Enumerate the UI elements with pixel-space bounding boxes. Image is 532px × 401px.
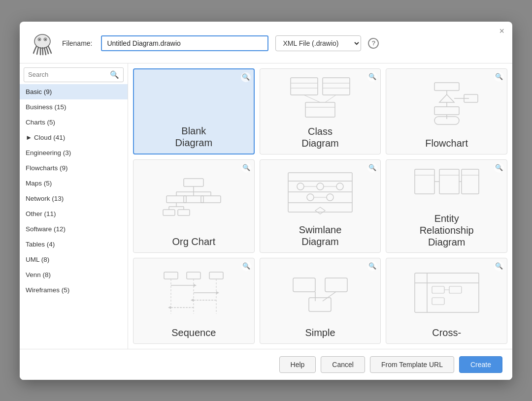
sidebar-item-software[interactable]: Software (12)	[20, 221, 128, 237]
simple-preview	[265, 263, 376, 323]
sidebar-item-venn[interactable]: Venn (8)	[20, 267, 128, 282]
svg-rect-84	[432, 298, 444, 305]
template-class[interactable]: 🔍 ClassDiagram	[260, 68, 381, 154]
template-flowchart-label: Flowchart	[425, 137, 468, 149]
svg-rect-15	[434, 83, 459, 91]
svg-rect-5	[291, 78, 318, 95]
svg-marker-69	[216, 291, 219, 294]
svg-rect-11	[305, 102, 335, 117]
svg-rect-19	[434, 107, 459, 115]
svg-rect-54	[439, 169, 459, 194]
template-orgchart[interactable]: 🔍	[133, 159, 255, 253]
help-button[interactable]: Help	[279, 356, 316, 373]
dialog-header: Filename: XML File (.drawio) SVG (.svg) …	[20, 22, 512, 63]
svg-marker-71	[191, 299, 194, 302]
template-swimlane[interactable]: 🔍	[260, 159, 381, 253]
blank-preview	[139, 74, 249, 121]
cross-preview	[391, 263, 502, 323]
help-icon[interactable]: ?	[368, 38, 379, 49]
svg-point-49	[327, 194, 333, 201]
svg-point-44	[317, 183, 324, 190]
zoom-icon-swimlane[interactable]: 🔍	[367, 163, 377, 173]
sidebar-item-uml[interactable]: UML (8)	[20, 252, 128, 267]
sidebar-item-business[interactable]: Business (15)	[20, 99, 128, 115]
create-button[interactable]: Create	[459, 356, 502, 373]
svg-rect-24	[184, 179, 203, 186]
dialog-body: 🔍 Basic (9) Business (15) Charts (5) ► C…	[20, 63, 512, 349]
svg-point-3	[39, 38, 40, 40]
zoom-icon-erd[interactable]: 🔍	[494, 163, 504, 173]
filename-input[interactable]	[101, 35, 268, 51]
sidebar-item-other[interactable]: Other (11)	[20, 206, 128, 221]
sidebar-item-basic[interactable]: Basic (9)	[20, 84, 128, 99]
svg-rect-8	[323, 78, 350, 95]
svg-line-13	[304, 95, 320, 102]
svg-point-4	[45, 38, 46, 40]
sidebar-item-cloud[interactable]: ► Cloud (41)	[20, 130, 128, 145]
zoom-icon-simple[interactable]: 🔍	[367, 261, 377, 271]
template-sequence-label: Sequence	[171, 327, 216, 339]
category-sidebar: 🔍 Basic (9) Business (15) Charts (5) ► C…	[20, 63, 128, 349]
template-blank[interactable]: 🔍 BlankDiagram	[133, 68, 255, 154]
svg-rect-83	[449, 286, 462, 293]
template-grid: 🔍 BlankDiagram 🔍	[128, 63, 512, 349]
template-cross[interactable]: 🔍 Cross-	[386, 258, 507, 344]
search-icon: 🔍	[110, 70, 119, 79]
sidebar-item-tables[interactable]: Tables (4)	[20, 237, 128, 252]
svg-point-48	[307, 194, 314, 201]
zoom-icon-org[interactable]: 🔍	[241, 163, 251, 173]
sidebar-item-wireframes[interactable]: Wireframes (5)	[20, 282, 128, 298]
svg-rect-79	[415, 273, 479, 312]
svg-rect-37	[163, 210, 175, 216]
zoom-icon[interactable]: 🔍	[241, 72, 251, 82]
svg-rect-52	[415, 169, 434, 194]
class-preview	[265, 74, 376, 122]
close-button[interactable]: ×	[499, 27, 504, 35]
svg-rect-74	[293, 278, 315, 292]
sidebar-item-charts[interactable]: Charts (5)	[20, 115, 128, 130]
template-simple[interactable]: 🔍 Simple	[260, 258, 381, 344]
swimlane-preview	[265, 165, 376, 220]
svg-rect-39	[288, 173, 352, 212]
sidebar-item-flowcharts[interactable]: Flowcharts (9)	[20, 160, 128, 176]
svg-rect-32	[201, 196, 221, 203]
svg-line-14	[325, 95, 336, 102]
zoom-icon-flowchart[interactable]: 🔍	[494, 72, 504, 82]
svg-marker-17	[439, 94, 454, 102]
dialog-footer: Help Cancel From Template URL Create	[20, 349, 512, 380]
app-logo	[30, 31, 55, 56]
template-flowchart[interactable]: 🔍 Flowchart	[386, 68, 507, 154]
sidebar-item-engineering[interactable]: Engineering (3)	[20, 145, 128, 160]
svg-rect-38	[178, 210, 190, 216]
template-blank-label: BlankDiagram	[175, 125, 213, 149]
cancel-button[interactable]: Cancel	[321, 356, 365, 373]
template-erd[interactable]: 🔍 EntityRelationshipDiagram	[386, 159, 507, 253]
erd-preview	[391, 164, 502, 209]
svg-point-45	[336, 183, 343, 190]
zoom-icon-class[interactable]: 🔍	[367, 72, 377, 82]
search-box: 🔍	[24, 67, 124, 82]
filetype-select[interactable]: XML File (.drawio) SVG (.svg) PNG (.png)	[275, 35, 361, 51]
zoom-icon-sequence[interactable]: 🔍	[241, 261, 251, 271]
search-input[interactable]	[28, 71, 107, 78]
svg-rect-61	[187, 272, 200, 279]
sidebar-item-network[interactable]: Network (13)	[20, 191, 128, 206]
template-erd-label: EntityRelationshipDiagram	[420, 213, 474, 248]
svg-line-78	[323, 292, 336, 301]
from-template-url-button[interactable]: From Template URL	[370, 356, 454, 373]
orgchart-preview	[138, 165, 249, 232]
template-sequence[interactable]: 🔍	[133, 258, 255, 344]
template-swimlane-label: SwimlaneDiagram	[299, 224, 342, 247]
filename-label: Filename:	[62, 39, 92, 47]
template-cross-label: Cross-	[432, 327, 461, 339]
sidebar-item-maps[interactable]: Maps (5)	[20, 176, 128, 191]
svg-point-43	[297, 183, 304, 190]
zoom-icon-cross[interactable]: 🔍	[494, 261, 504, 271]
template-orgchart-label: Org Chart	[172, 236, 215, 247]
template-class-label: ClassDiagram	[301, 125, 339, 149]
svg-rect-76	[309, 298, 331, 311]
svg-rect-31	[184, 196, 203, 203]
svg-marker-67	[194, 284, 197, 287]
svg-rect-75	[325, 278, 347, 292]
category-list: Basic (9) Business (15) Charts (5) ► Clo…	[20, 84, 128, 349]
